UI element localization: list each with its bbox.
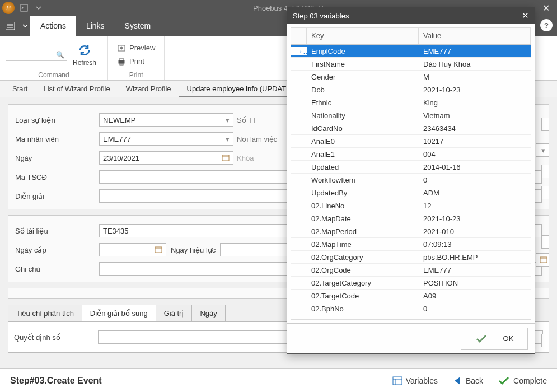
cell-key: 02.OrgCategory	[307, 253, 419, 262]
cell-key: Ethnic	[307, 99, 419, 107]
label-date: Ngày	[15, 154, 99, 162]
table-row[interactable]: NationalityVietnam	[291, 109, 531, 122]
label-event-type: Loại sự kiện	[15, 116, 99, 124]
qat-dropdown-icon[interactable]	[32, 2, 45, 14]
calendar-icon[interactable]	[540, 255, 547, 265]
field-right-3[interactable]	[541, 165, 549, 178]
cell-key: 02.MapDate	[307, 214, 419, 223]
chevron-down-icon[interactable]: ▾	[226, 116, 230, 124]
tab-actions[interactable]: Actions	[30, 16, 76, 36]
ok-button[interactable]: OK	[461, 328, 528, 350]
command-search-input[interactable]: 🔍	[6, 49, 67, 61]
table-row[interactable]: Updated2014-01-16	[291, 161, 531, 174]
calendar-icon[interactable]	[222, 153, 230, 163]
menu-dropdown-icon[interactable]	[20, 16, 30, 36]
subtabs: Tiêu chí phân tích Diễn giải bổ sung Giá…	[8, 305, 226, 321]
cell-value: 004	[419, 150, 531, 158]
col-value[interactable]: Value	[419, 28, 531, 44]
field-right-5[interactable]	[541, 235, 549, 249]
dialog-titlebar[interactable]: Step 03 variables ✕	[287, 7, 535, 24]
table-row[interactable]: IdCardNo23463434	[291, 122, 531, 135]
crumb-start[interactable]: Start	[4, 81, 35, 96]
back-button[interactable]: Back	[452, 376, 483, 386]
footer: Step#03.Create Event Variables Back Comp…	[0, 368, 557, 392]
field-emp-code[interactable]: EME777 ▾	[99, 132, 233, 146]
col-key[interactable]: Key	[307, 28, 419, 44]
table-row[interactable]: 02.OrgCategorypbs.BO.HR.EMP	[291, 251, 531, 264]
cell-key: 02.OrgCode	[307, 266, 419, 274]
cell-key: IdCardNo	[307, 124, 419, 133]
cell-value: 23463434	[419, 124, 531, 133]
field-issue-date[interactable]	[99, 243, 166, 256]
table-row[interactable]: WorkflowItem0	[291, 174, 531, 186]
cell-value: 0	[419, 305, 531, 313]
field-right-4[interactable]	[541, 186, 549, 199]
table-row[interactable]: AnalE1004	[291, 148, 531, 161]
table-row[interactable]: 02.TargetCategoryPOSITION	[291, 277, 531, 290]
table-row[interactable]: 02.MapTime07:09:13	[291, 238, 531, 251]
table-row[interactable]: 02.MapDate2021-10-23	[291, 212, 531, 225]
cell-key: WorkflowItem	[307, 176, 419, 184]
variables-button[interactable]: Variables	[392, 376, 438, 385]
dialog-rows[interactable]: →EmplCodeEME777FirstNameĐào Huy KhoaGend…	[291, 45, 531, 319]
refresh-button[interactable]: Refresh	[67, 41, 102, 69]
print-button[interactable]: Print	[114, 55, 158, 68]
cell-value: 2021-010	[419, 227, 531, 236]
tab-links[interactable]: Links	[76, 16, 115, 36]
cell-value: EME777	[419, 266, 531, 274]
table-row[interactable]: UpdatedByADM	[291, 186, 531, 199]
field-right-6[interactable]	[536, 253, 549, 267]
table-row[interactable]: 02.MapPeriod2021-010	[291, 225, 531, 238]
subtab-analysis[interactable]: Tiêu chí phân tích	[8, 305, 82, 321]
variables-dialog: Step 03 variables ✕ Key Value →EmplCodeE…	[287, 7, 535, 354]
subtab-value[interactable]: Giá trị	[156, 305, 193, 321]
cell-value: 10217	[419, 137, 531, 146]
table-row[interactable]: 02.OrgCodeEME777	[291, 264, 531, 277]
subtab-extra-desc[interactable]: Diễn giải bổ sung	[82, 305, 156, 321]
field-right-2[interactable]: ▾	[536, 143, 549, 157]
console-icon[interactable]	[18, 2, 30, 14]
cell-value: 2014-01-16	[419, 163, 531, 171]
cell-key: AnalE0	[307, 137, 419, 146]
complete-button[interactable]: Complete	[498, 376, 547, 386]
dialog-title: Step 03 variables	[293, 12, 349, 20]
table-row[interactable]: Dob2021-10-23	[291, 83, 531, 96]
field-date[interactable]: 23/10/2021	[99, 151, 233, 165]
label-decision-no: Quyết định số	[14, 333, 98, 342]
table-row[interactable]: FirstNameĐào Huy Khoa	[291, 58, 531, 71]
cell-value: 0	[419, 176, 531, 184]
table-row[interactable]: EthnicKing	[291, 96, 531, 109]
table-row[interactable]: 02.BphNo0	[291, 302, 531, 315]
field-event-type[interactable]: NEWEMP ▾	[99, 113, 233, 127]
cell-key: AnalE1	[307, 150, 419, 158]
dialog-table-header: Key Value	[291, 28, 531, 45]
dialog-close-icon[interactable]: ✕	[522, 11, 529, 21]
label-workplace: Nơi làm việc	[237, 135, 293, 143]
chevron-down-icon[interactable]: ▾	[541, 146, 545, 155]
field-right-1[interactable]	[541, 118, 549, 131]
crumb-wizard-list[interactable]: List of Wizard Profile	[35, 81, 118, 96]
field-right-7[interactable]	[541, 334, 549, 347]
subtab-date[interactable]: Ngày	[192, 305, 224, 321]
cell-key: EmplCode	[307, 47, 419, 55]
label-note: Ghi chú	[15, 265, 99, 273]
cell-key: 02.MapTime	[307, 240, 419, 249]
table-row[interactable]: 02.TargetCodeA09	[291, 290, 531, 302]
window-close-button[interactable]: ✕	[535, 0, 557, 16]
preview-button[interactable]: Preview	[114, 41, 158, 55]
table-row[interactable]: GenderM	[291, 71, 531, 83]
crumb-wizard-profile[interactable]: Wizard Profile	[118, 81, 179, 96]
table-row[interactable]: AnalE010217	[291, 135, 531, 148]
chevron-down-icon[interactable]: ▾	[226, 135, 230, 143]
table-row[interactable]: 02.LineNo12	[291, 199, 531, 212]
hamburger-icon[interactable]	[0, 16, 20, 36]
svg-rect-14	[540, 257, 547, 263]
table-row[interactable]: 02.PfdId0	[291, 315, 531, 319]
calendar-icon[interactable]	[155, 245, 162, 255]
table-row[interactable]: →EmplCodeEME777	[291, 45, 531, 58]
help-icon[interactable]: ?	[540, 19, 553, 31]
svg-rect-9	[120, 63, 123, 65]
cell-value: pbs.BO.HR.EMP	[419, 253, 531, 262]
field-eff-date[interactable]	[220, 243, 287, 256]
tab-system[interactable]: System	[115, 16, 161, 36]
